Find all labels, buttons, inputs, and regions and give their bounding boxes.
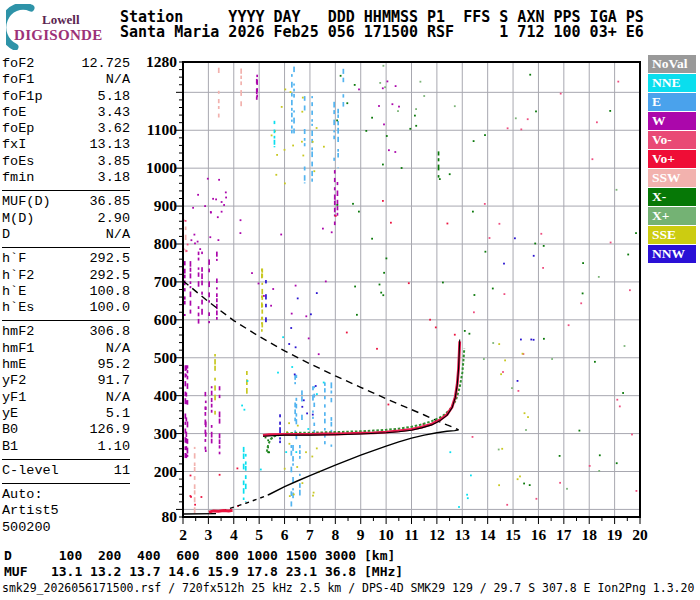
param-label: h`E <box>2 284 26 300</box>
echo-traces <box>209 340 464 512</box>
parameter-panel: foF212.725foF1N/AfoF1p5.18foE3.43foEp3.6… <box>2 56 130 536</box>
y-axis-tick-label: 900 <box>154 197 178 214</box>
x-axis-tick-label: 19 <box>607 526 623 543</box>
x-axis-tick-label: 7 <box>306 526 314 543</box>
param-row-auto: Auto: <box>2 487 130 503</box>
param-label: h`Es <box>2 300 34 316</box>
param-label: D <box>2 227 10 243</box>
param-row-yf2: yF291.7 <box>2 373 130 389</box>
param-row-fxi: fxI13.13 <box>2 137 130 153</box>
noise-layer <box>183 65 638 513</box>
param-value: N/A <box>106 227 130 243</box>
param-value: 13.13 <box>89 137 130 153</box>
param-label: foEp <box>2 121 34 137</box>
param-label: M(D) <box>2 211 34 227</box>
param-row-fof2: foF212.725 <box>2 56 130 72</box>
param-label: foF1p <box>2 89 43 105</box>
param-row-fof1: foF1N/A <box>2 72 130 88</box>
param-row-hmf2: hmF2306.8 <box>2 324 130 340</box>
muf-row: MUF 13.1 13.2 13.7 14.6 15.9 17.8 23.1 3… <box>4 564 403 579</box>
param-label: foF2 <box>2 56 34 72</box>
x-axis-tick-label: 18 <box>581 526 597 543</box>
profile-valley-dashed <box>222 495 268 511</box>
x-axis-tick-label: 20 <box>632 526 648 543</box>
param-row-hmf1: hmF1N/A <box>2 341 130 357</box>
param-label: foE <box>2 105 26 121</box>
param-label: hmE <box>2 357 26 373</box>
legend-item-noval: NoVal <box>648 55 696 73</box>
es-trace <box>209 510 233 512</box>
param-row-hme: hmE95.2 <box>2 357 130 373</box>
ionogram-svg: 1280110010009008007006005004003002008023… <box>140 48 655 553</box>
legend-item-nne: NNE <box>648 74 696 92</box>
param-label: MUF(D) <box>2 194 51 210</box>
param-value: 95.2 <box>98 357 130 373</box>
param-row-mufd: MUF(D)36.85 <box>2 194 130 210</box>
header-block: Station YYYY DAY DDD HHMMSS P1 FFS S AXN… <box>120 10 644 40</box>
param-value: 36.85 <box>89 194 130 210</box>
y-axis-tick-label: 400 <box>154 387 178 404</box>
param-value: 91.7 <box>98 373 130 389</box>
param-row-500200: 500200 <box>2 520 130 536</box>
param-value: 5.18 <box>98 89 130 105</box>
legend-item-vo: Vo- <box>648 131 696 149</box>
param-divider <box>2 459 130 460</box>
param-value: 5.1 <box>106 406 130 422</box>
param-value: 3.18 <box>98 170 130 186</box>
y-axis-tick-label: 1280 <box>146 53 177 70</box>
legend-item-x: X+ <box>648 207 696 225</box>
doppler-direction-legend: NoValNNEEWVo-Vo+SSWX-X+SSENNW <box>648 55 696 264</box>
logo-digisonde-text: DIGISONDE <box>14 27 103 44</box>
x-axis-tick-label: 8 <box>331 526 339 543</box>
gridlines <box>183 62 640 517</box>
param-label: B0 <box>2 422 18 438</box>
param-value: 100.0 <box>89 300 130 316</box>
dmuf-table: D 100 200 400 600 800 1000 1500 3000 [km… <box>4 548 403 579</box>
param-row-ye: yE5.1 <box>2 406 130 422</box>
ionogram-app: { "logo": {"line1": "Lowell", "line2": "… <box>0 0 700 600</box>
param-value: 3.85 <box>98 154 130 170</box>
param-label: fxI <box>2 137 26 153</box>
param-label: yF1 <box>2 390 26 406</box>
d-row: D 100 200 400 600 800 1000 1500 3000 [km… <box>4 548 395 563</box>
x-axis-tick-label: 6 <box>281 526 289 543</box>
x-axis-tick-label: 12 <box>429 526 445 543</box>
param-value: 11 <box>114 463 130 479</box>
param-row-b0: B0126.9 <box>2 422 130 438</box>
param-label: foEs <box>2 154 34 170</box>
legend-item-vo: Vo+ <box>648 150 696 168</box>
param-value: 292.5 <box>89 268 130 284</box>
x-axis-tick-label: 15 <box>505 526 521 543</box>
profile-topside-dashed <box>183 281 459 430</box>
x-axis-tick-label: 2 <box>179 526 187 543</box>
legend-item-e: E <box>648 93 696 111</box>
legend-item-ssw: SSW <box>648 169 696 187</box>
param-row-artist5: Artist5 <box>2 503 130 519</box>
param-row-d: DN/A <box>2 227 130 243</box>
legend-item-w: W <box>648 112 696 130</box>
logo-lowell-text: Lowell <box>42 12 80 28</box>
param-row-fmin: fmin3.18 <box>2 170 130 186</box>
param-divider <box>2 247 130 248</box>
param-row-yf1: yF1N/A <box>2 390 130 406</box>
param-value: 100.8 <box>89 284 130 300</box>
x-axis-tick-label: 16 <box>531 526 547 543</box>
param-value: 3.62 <box>98 121 130 137</box>
x-axis-tick-label: 9 <box>357 526 365 543</box>
y-axis-tick-label: 600 <box>154 311 178 328</box>
param-value: 306.8 <box>89 324 130 340</box>
param-row-md: M(D)2.90 <box>2 211 130 227</box>
y-axis-tick-label: 80 <box>162 508 178 525</box>
param-label: h`F <box>2 251 26 267</box>
y-axis-tick-label: 300 <box>154 425 178 442</box>
param-label: 500200 <box>2 520 51 536</box>
header-values-line: Santa Maria 2026 Feb25 056 171500 RSF 1 … <box>120 23 644 41</box>
param-row-he: h`E100.8 <box>2 284 130 300</box>
legend-item-nnw: NNW <box>648 245 696 263</box>
param-label: hmF2 <box>2 324 34 340</box>
param-value: 3.43 <box>98 105 130 121</box>
x-axis-tick-label: 11 <box>404 526 419 543</box>
x-axis-tick-label: 17 <box>556 526 572 543</box>
param-row-hf: h`F292.5 <box>2 251 130 267</box>
legend-item-sse: SSE <box>648 226 696 244</box>
